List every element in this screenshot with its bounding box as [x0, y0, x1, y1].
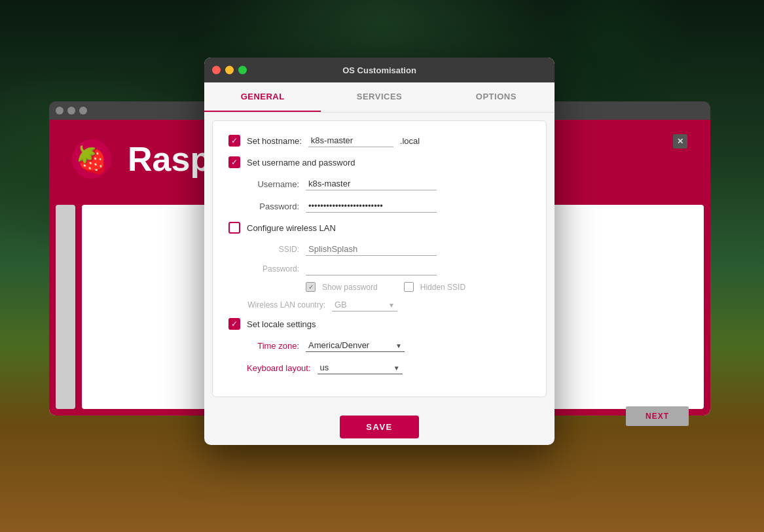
credentials-checkbox[interactable]: ✓ — [228, 156, 240, 168]
locale-label: Set locale settings — [247, 319, 316, 329]
hidden-ssid-label: Hidden SSID — [420, 283, 465, 292]
ssid-input[interactable] — [306, 243, 437, 256]
password-label: Password: — [247, 202, 299, 211]
hostname-input[interactable] — [308, 134, 393, 147]
wifi-password-input[interactable] — [306, 262, 437, 275]
username-input[interactable] — [306, 177, 437, 190]
os-customisation-modal: OS Customisation GENERAL SERVICES OPTION… — [204, 58, 555, 445]
modal-title: OS Customisation — [342, 65, 416, 75]
raspi-title: Rasp — [128, 139, 211, 179]
show-password-checkbox[interactable]: ✓ — [306, 282, 316, 292]
timezone-label: Time zone: — [247, 341, 299, 351]
timezone-select[interactable]: America/Denver America/New_York America/… — [306, 339, 405, 352]
username-row: Username: — [247, 177, 530, 190]
modal-body: ✓ Set hostname: .local ✓ Set username an… — [212, 120, 547, 397]
locale-checkbox[interactable]: ✓ — [228, 318, 240, 330]
keyboard-select-wrapper: us uk de ▼ — [318, 361, 403, 374]
raspi-minimize-dot — [67, 107, 75, 115]
raspi-maximize-dot — [79, 107, 87, 115]
wireless-section-header: ✓ Configure wireless LAN — [228, 222, 530, 234]
raspi-side-panel — [56, 205, 75, 409]
wireless-label: Configure wireless LAN — [247, 223, 336, 233]
hostname-suffix: .local — [400, 136, 420, 146]
country-select-wrapper: GB US ▼ — [332, 298, 397, 311]
wireless-check-icon: ✓ — [231, 224, 238, 232]
hostname-checkbox[interactable]: ✓ — [228, 135, 240, 147]
keyboard-label: Keyboard layout: — [247, 363, 311, 373]
wireless-checkbox[interactable]: ✓ — [228, 222, 240, 234]
close-panel-button[interactable]: ✕ — [673, 134, 687, 149]
save-button[interactable]: SAVE — [340, 416, 418, 438]
ssid-row: SSID: — [247, 243, 530, 256]
tab-general[interactable]: GENERAL — [204, 82, 321, 112]
timezone-select-wrapper: America/Denver America/New_York America/… — [306, 339, 405, 352]
modal-titlebar: OS Customisation — [204, 58, 555, 82]
svg-text:🍓: 🍓 — [75, 144, 108, 175]
country-select[interactable]: GB US — [332, 298, 397, 311]
timezone-row: Time zone: America/Denver America/New_Yo… — [247, 339, 530, 352]
raspi-window-controls — [56, 107, 87, 115]
ssid-label: SSID: — [247, 245, 299, 254]
modal-maximize-button[interactable] — [238, 66, 247, 75]
credentials-label: Set username and password — [247, 158, 355, 168]
country-label: Wireless LAN country: — [247, 300, 325, 310]
tab-services[interactable]: SERVICES — [321, 82, 437, 112]
hidden-ssid-check-icon: ✓ — [406, 283, 411, 291]
hostname-check-icon: ✓ — [231, 137, 238, 145]
wifi-password-row: Password: — [247, 262, 530, 275]
save-row: SAVE — [204, 405, 555, 445]
hostname-row: ✓ Set hostname: .local — [228, 134, 530, 147]
password-row: Password: — [247, 200, 530, 213]
modal-tabs: GENERAL SERVICES OPTIONS — [204, 82, 555, 113]
keyboard-select[interactable]: us uk de — [318, 361, 403, 374]
hidden-ssid-checkbox[interactable]: ✓ — [404, 282, 414, 292]
locale-check-icon: ✓ — [231, 320, 238, 328]
credentials-check-icon: ✓ — [231, 158, 238, 166]
modal-minimize-button[interactable] — [225, 66, 234, 75]
tab-options[interactable]: OPTIONS — [438, 82, 555, 112]
hostname-label: Set hostname: — [247, 136, 302, 146]
credentials-section-header: ✓ Set username and password — [228, 156, 530, 168]
username-label: Username: — [247, 179, 299, 189]
password-input[interactable] — [306, 200, 437, 213]
modal-window-controls — [212, 66, 247, 75]
next-button[interactable]: NEXT — [626, 406, 689, 426]
keyboard-row: Keyboard layout: us uk de ▼ — [247, 361, 530, 374]
raspi-close-dot — [56, 107, 64, 115]
raspi-logo-icon: 🍓 — [69, 136, 115, 182]
wifi-password-label: Password: — [247, 264, 299, 274]
wifi-options-row: ✓ Show password ✓ Hidden SSID — [247, 282, 530, 292]
show-password-label: Show password — [322, 283, 378, 292]
locale-section-header: ✓ Set locale settings — [228, 318, 530, 330]
show-password-check-icon: ✓ — [308, 283, 314, 291]
country-row: Wireless LAN country: GB US ▼ — [247, 298, 530, 311]
modal-close-button[interactable] — [212, 66, 221, 75]
